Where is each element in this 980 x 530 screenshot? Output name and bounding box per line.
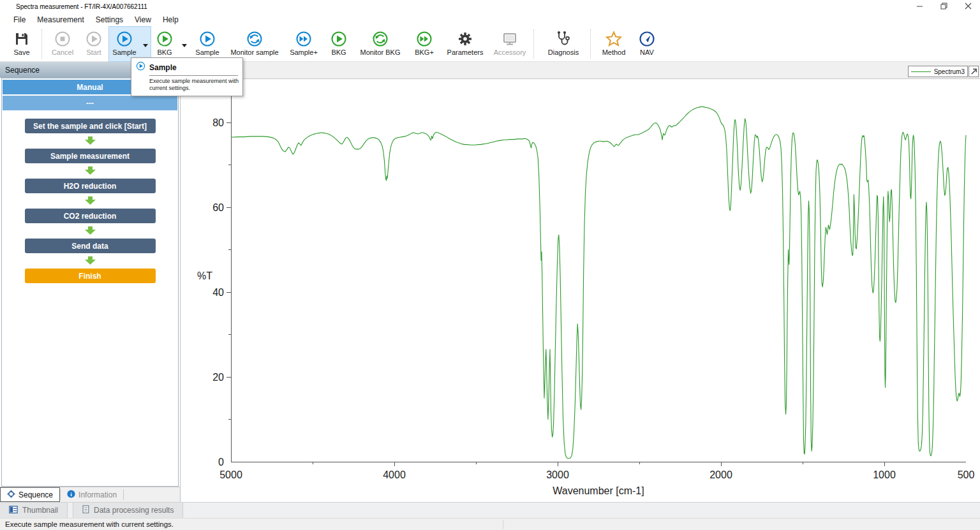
tab-information[interactable]: iInformation [61, 487, 123, 502]
menu-item-help[interactable]: Help [157, 14, 184, 26]
y-tick-label: 20 [212, 372, 224, 383]
toolbar-separator [590, 29, 593, 59]
toolbar-button-accessory: Accessory [488, 27, 531, 61]
menu-item-settings[interactable]: Settings [90, 14, 129, 26]
close-button[interactable] [956, 0, 980, 13]
toolbar-button-diagnosis[interactable]: Diagnosis [538, 27, 588, 61]
sequence-submode-bar[interactable]: --- [3, 96, 177, 110]
tab-data-processing-results[interactable]: Data processing results [73, 503, 183, 518]
floppy-icon [13, 29, 30, 48]
monitor-icon [501, 29, 518, 48]
sequence-icon [7, 490, 15, 500]
toolbar-button-start: Start [78, 27, 109, 61]
sequence-step-h2o-reduction: H2O reduction [25, 179, 156, 193]
toolbar-button-sample[interactable]: Sample [189, 27, 225, 61]
minimize-button[interactable] [907, 0, 932, 13]
sequence-flow: Manual --- Set the sample and click [Sta… [1, 78, 179, 487]
toolbar-label-sample: Sample [112, 48, 136, 56]
y-tick-label: 60 [212, 202, 224, 213]
sample-tooltip: Sample Execute sample measurement with c… [131, 57, 243, 96]
tab-label: Thumbnail [22, 506, 58, 515]
x-tick-label: 1000 [873, 469, 896, 480]
sequence-step-send-data: Send data [25, 239, 156, 253]
toolbar-group-cancel: Cancel [47, 27, 78, 61]
chart-legend[interactable]: Spectrum3 [908, 66, 968, 77]
toolbar-label-sample: Sample [195, 48, 219, 56]
toolbar-button-bkg[interactable]: BKG [323, 27, 354, 61]
tab-divider [123, 489, 124, 500]
play-circle-icon [116, 29, 133, 48]
sequence-step-finish: Finish [25, 269, 156, 283]
y-tick-label: 0 [218, 457, 224, 467]
toolbar-separator [41, 29, 45, 59]
toolbar-button-save[interactable]: Save [4, 27, 40, 61]
toolbar-button-bkg[interactable]: BKG [151, 27, 179, 61]
ff-circle-icon [416, 29, 433, 48]
sequence-panel-tabs: SequenceiInformation [0, 487, 180, 502]
toolbar-label-sample-: Sample+ [290, 48, 318, 56]
tab-sequence[interactable]: Sequence [0, 487, 60, 502]
flow-arrow-down-icon [84, 256, 96, 265]
restore-icon [940, 1, 947, 12]
x-tick-label: 500 [958, 469, 975, 480]
toolbar-button-monitor-sample[interactable]: Monitor sample [225, 27, 284, 61]
restore-button[interactable] [932, 0, 956, 13]
refresh-circle-icon [372, 29, 389, 48]
gear-icon [457, 29, 473, 48]
thumbnail-icon [9, 506, 18, 515]
sequence-steps: Set the sample and click [Start]Sample m… [2, 119, 178, 283]
play-circle-icon [85, 29, 102, 48]
toolbar-label-start: Start [86, 48, 101, 56]
stethoscope-icon [555, 29, 572, 48]
flow-arrow-down-icon [84, 136, 96, 145]
expand-chart-button[interactable] [969, 66, 979, 77]
tab-label: Sequence [19, 490, 53, 499]
play-circle-icon [156, 29, 173, 48]
toolbar-button-method[interactable]: Method [595, 27, 632, 61]
window-controls [907, 0, 980, 13]
tooltip-title: Sample [149, 63, 177, 72]
toolbar-separator [533, 29, 537, 59]
toolbar: Save Cancel Start Sample BKG Sample Moni… [0, 27, 980, 62]
toolbar-label-bkg: BKG [331, 48, 346, 56]
toolbar-group-bkg: BKG [323, 27, 354, 61]
tab-label: Information [78, 490, 117, 499]
chart-top-strip: Spectrum3 [181, 62, 980, 78]
toolbar-button-sample[interactable]: Sample [109, 27, 140, 61]
bottom-tab-strip: ThumbnailData processing results [0, 502, 980, 518]
window-title: Spectra measurement - FT/IR-4X/A00766211… [16, 3, 147, 10]
toolbar-dropdown-sample[interactable] [140, 27, 151, 61]
toolbar-group-start: Start [78, 27, 109, 61]
toolbar-button-parameters[interactable]: Parameters [442, 27, 488, 61]
toolbar-button-monitor-bkg[interactable]: Monitor BKG [354, 27, 406, 61]
info-icon: i [67, 490, 75, 500]
toolbar-label-accessory: Accessory [494, 48, 526, 56]
toolbar-label-monitor-bkg: Monitor BKG [360, 48, 401, 56]
toolbar-dropdown-bkg[interactable] [179, 27, 189, 61]
menu-item-file[interactable]: File [8, 14, 31, 26]
tab-thumbnail[interactable]: Thumbnail [0, 503, 68, 518]
toolbar-group-sample: Sample [189, 27, 225, 61]
status-bar-divider [503, 520, 503, 529]
flow-arrow-down-icon [84, 226, 96, 235]
toolbar-button-cancel: Cancel [47, 27, 78, 61]
toolbar-label-parameters: Parameters [447, 48, 484, 56]
play-circle-icon [330, 29, 347, 48]
toolbar-button-nav[interactable]: NAV [632, 27, 662, 61]
toolbar-group-bkg-: BKG+ [406, 27, 442, 61]
menu-item-view[interactable]: View [129, 14, 157, 26]
flow-arrow-down-icon [84, 196, 96, 205]
toolbar-button-bkg-[interactable]: BKG+ [406, 27, 442, 61]
chevron-down-icon [182, 38, 187, 50]
x-tick-label: 3000 [546, 469, 569, 480]
y-tick-label: 80 [212, 117, 224, 128]
title-bar: Spectra measurement - FT/IR-4X/A00766211… [0, 0, 980, 13]
menu-item-measurement[interactable]: Measurement [31, 14, 89, 26]
toolbar-group-accessory: Accessory [488, 27, 531, 61]
flow-arrow-down-icon [84, 166, 96, 175]
toolbar-label-bkg: BKG [157, 48, 172, 56]
y-tick-label: 40 [212, 287, 224, 298]
toolbar-group-sample-: Sample+ [284, 27, 323, 61]
toolbar-button-sample-[interactable]: Sample+ [284, 27, 323, 61]
toolbar-group-bkg: BKG [151, 27, 189, 61]
